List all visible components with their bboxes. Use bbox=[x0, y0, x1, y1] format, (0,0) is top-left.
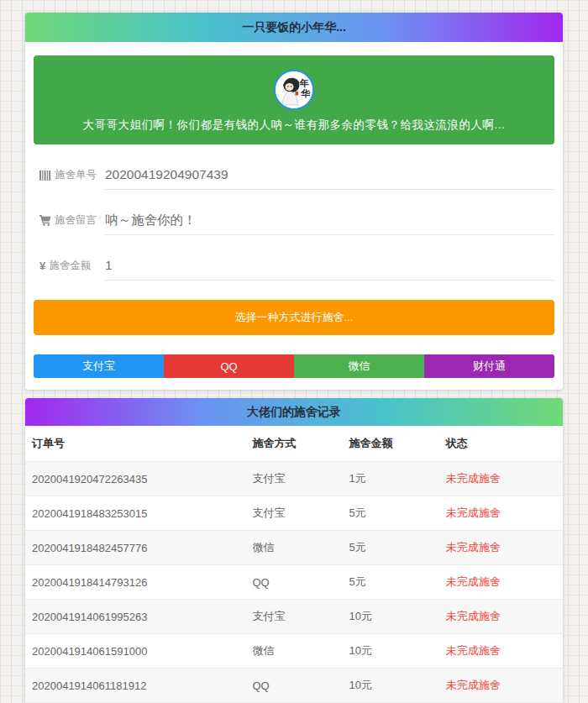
method-cell: QQ bbox=[245, 669, 342, 703]
status-cell: 未完成施舍 bbox=[439, 565, 563, 600]
yuan-icon: ¥ bbox=[39, 260, 45, 272]
amount-label-group: ¥ 施舍金额 bbox=[39, 259, 105, 281]
order-number-label: 施舍单号 bbox=[55, 168, 97, 182]
cart-icon bbox=[39, 215, 51, 226]
order-cell: 2020041918414793126 bbox=[25, 565, 245, 600]
amount-input[interactable] bbox=[105, 258, 554, 281]
order-cell: 2020041918483253015 bbox=[25, 496, 245, 531]
table-row: 2020041920472263435 支付宝 1元 未完成施舍 bbox=[25, 462, 563, 496]
status-cell: 未完成施舍 bbox=[439, 634, 563, 669]
amount-cell: 5元 bbox=[343, 565, 439, 600]
pay-button-qq[interactable]: QQ bbox=[164, 354, 294, 378]
table-row: 2020041914061995263 支付宝 10元 未完成施舍 bbox=[25, 600, 563, 634]
field-order-number: 施舍单号 bbox=[39, 167, 554, 190]
order-number-input[interactable] bbox=[105, 167, 554, 190]
field-amount: ¥ 施舍金额 bbox=[39, 258, 554, 281]
col-header-method: 施舍方式 bbox=[245, 426, 342, 462]
status-cell: 未完成施舍 bbox=[439, 600, 563, 634]
notice-card: 年 华 大哥哥大姐们啊！你们都是有钱的人呐～谁有那多余的零钱？给我这流浪的人啊.… bbox=[34, 55, 554, 144]
records-card: 大佬们的施舍记录 订单号 施舍方式 施舍金额 状态 20200419204722… bbox=[25, 398, 563, 703]
method-cell: 微信 bbox=[245, 531, 342, 565]
col-header-amount: 施舍金额 bbox=[343, 426, 439, 462]
main-header: 一只要饭的小年华... bbox=[25, 13, 563, 42]
order-cell: 2020041918482457776 bbox=[25, 531, 245, 565]
message-label-group: 施舍留言 bbox=[39, 213, 105, 235]
beg-message: 大哥哥大姐们啊！你们都是有钱的人呐～谁有那多余的零钱？给我这流浪的人啊... bbox=[54, 118, 534, 133]
order-cell: 2020041914061995263 bbox=[25, 600, 245, 634]
pay-button-tenpay[interactable]: 财付通 bbox=[424, 354, 554, 378]
method-cell: QQ bbox=[245, 565, 342, 600]
amount-cell: 5元 bbox=[343, 531, 439, 565]
col-header-order: 订单号 bbox=[25, 426, 245, 462]
avatar-illustration: 年 华 bbox=[276, 71, 312, 108]
col-header-status: 状态 bbox=[439, 426, 563, 462]
page-title: 一只要饭的小年华... bbox=[242, 20, 346, 34]
avatar-text-top: 年 bbox=[299, 78, 309, 88]
table-row: 2020041918482457776 微信 5元 未完成施舍 bbox=[25, 531, 563, 565]
donation-card: 一只要饭的小年华... 年 华 大哥哥大姐们啊！你们都是有钱的人呐～谁有那多余的… bbox=[25, 13, 563, 390]
avatar-text-bottom: 华 bbox=[301, 88, 311, 98]
pay-button-alipay[interactable]: 支付宝 bbox=[34, 354, 164, 378]
order-number-label-group: 施舍单号 bbox=[39, 168, 105, 190]
field-message: 施舍留言 bbox=[39, 212, 554, 235]
method-cell: 支付宝 bbox=[245, 496, 342, 531]
amount-label: 施舍金额 bbox=[49, 259, 91, 273]
amount-cell: 10元 bbox=[343, 634, 439, 669]
amount-cell: 5元 bbox=[343, 496, 439, 531]
message-input[interactable] bbox=[105, 212, 554, 235]
choose-method-button[interactable]: 选择一种方式进行施舍... bbox=[34, 300, 554, 335]
avatar: 年 华 bbox=[274, 70, 314, 110]
table-row: 2020041914061181912 QQ 10元 未完成施舍 bbox=[25, 669, 563, 703]
method-cell: 支付宝 bbox=[245, 600, 342, 634]
order-cell: 2020041914061591000 bbox=[25, 634, 245, 669]
table-row: 2020041918483253015 支付宝 5元 未完成施舍 bbox=[25, 496, 563, 531]
barcode-icon bbox=[39, 171, 51, 181]
pay-button-wechat[interactable]: 微信 bbox=[294, 354, 424, 378]
records-table: 订单号 施舍方式 施舍金额 状态 2020041920472263435 支付宝… bbox=[25, 426, 563, 703]
status-cell: 未完成施舍 bbox=[439, 462, 563, 496]
records-table-header-row: 订单号 施舍方式 施舍金额 状态 bbox=[25, 426, 563, 462]
order-cell: 2020041914061181912 bbox=[25, 669, 245, 703]
table-row: 2020041914061591000 微信 10元 未完成施舍 bbox=[25, 634, 563, 669]
method-cell: 支付宝 bbox=[245, 462, 342, 496]
message-label: 施舍留言 bbox=[55, 213, 97, 228]
records-table-body: 2020041920472263435 支付宝 1元 未完成施舍 2020041… bbox=[25, 462, 563, 703]
table-row: 2020041918414793126 QQ 5元 未完成施舍 bbox=[25, 565, 563, 600]
amount-cell: 10元 bbox=[343, 600, 439, 634]
amount-cell: 1元 bbox=[343, 462, 439, 496]
status-cell: 未完成施舍 bbox=[439, 531, 563, 565]
status-cell: 未完成施舍 bbox=[439, 669, 563, 703]
method-cell: 微信 bbox=[245, 634, 342, 669]
payment-methods-row: 支付宝 QQ 微信 财付通 bbox=[34, 354, 554, 378]
records-title: 大佬们的施舍记录 bbox=[247, 405, 341, 418]
amount-cell: 10元 bbox=[343, 669, 439, 703]
status-cell: 未完成施舍 bbox=[439, 496, 563, 531]
order-cell: 2020041920472263435 bbox=[25, 462, 245, 496]
records-header: 大佬们的施舍记录 bbox=[25, 398, 563, 426]
